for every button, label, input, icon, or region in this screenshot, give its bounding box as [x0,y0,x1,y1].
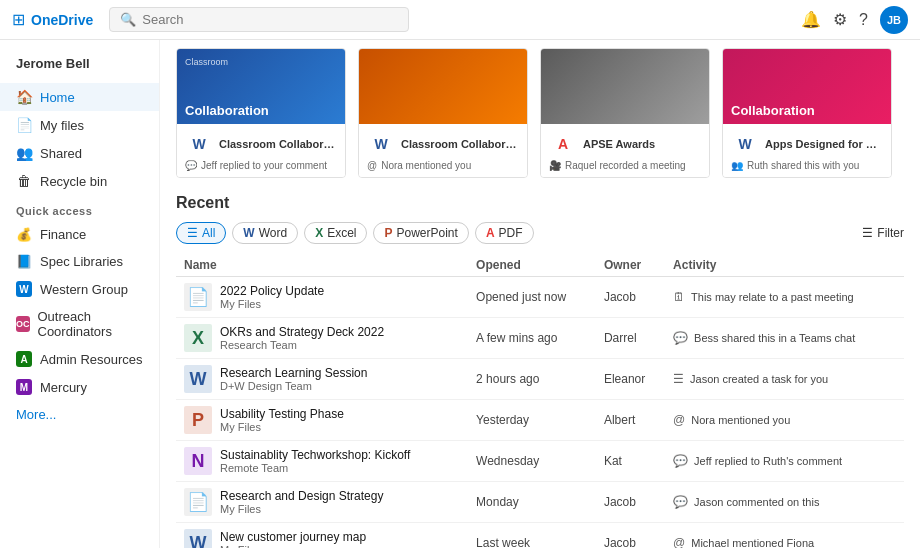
activity-text: Jeff replied to Ruth's comment [694,455,842,467]
activity-text: Jason commented on this [694,496,819,508]
card-body: A APSE Awards 🎥 Raquel recorded a meetin… [541,124,709,177]
filter-btn-word[interactable]: WWord [232,222,298,244]
pdf-filter-icon: A [486,226,495,240]
row-file-location: My Files [220,544,366,548]
sidebar-item-western-group[interactable]: W Western Group [0,275,159,303]
bell-icon[interactable]: 🔔 [801,10,821,29]
card-thumb: Collaboration [723,49,891,124]
search-input[interactable] [142,12,398,27]
sidebar-item-finance[interactable]: 💰 Finance [0,221,159,248]
carousel-card-card4[interactable]: Collaboration W Apps Designed for Collab… [722,48,892,178]
filter-label-word: Word [259,226,287,240]
cell-activity: 💬 Jason commented on this [665,482,904,523]
cell-owner: Jacob [596,482,665,523]
table-row[interactable]: P Usability Testing Phase My Files Yeste… [176,400,904,441]
quick-access-label: Quick access [0,195,159,221]
card-meta: 👥 Ruth shared this with you [731,160,883,171]
row-file-name: OKRs and Strategy Deck 2022 [220,325,384,339]
filter-bar: ☰AllWWordXExcelPPowerPointAPDF ☰ Filter [176,222,904,244]
row-file-location: Research Team [220,339,384,351]
mercury-icon: M [16,379,32,395]
cell-owner: Darrel [596,318,665,359]
table-row[interactable]: N Sustainablity Techworkshop: Kickoff Re… [176,441,904,482]
activity-text: Nora mentioned you [691,414,790,426]
col-owner: Owner [596,254,665,277]
card-file-name: Classroom Collaboration [401,138,519,150]
activity-icon: 💬 [673,495,688,509]
row-file-name: Research Learning Session [220,366,367,380]
row-file-name: Research and Design Strategy [220,489,383,503]
sidebar-item-my-files[interactable]: 📄 My files [0,111,159,139]
cell-activity: 💬 Jeff replied to Ruth's comment [665,441,904,482]
table-row[interactable]: 📄 2022 Policy Update My Files Opened jus… [176,277,904,318]
sidebar-more[interactable]: More... [0,401,159,428]
sidebar-item-spec-libraries[interactable]: 📘 Spec Libraries [0,248,159,275]
card-body: W Apps Designed for Collab... 👥 Ruth sha… [723,124,891,177]
activity-icon: @ [673,413,685,427]
sidebar-item-outreach[interactable]: OC Outreach Coordinators [0,303,159,345]
spec-icon: 📘 [16,254,32,269]
sidebar: Jerome Bell 🏠 Home 📄 My files 👥 Shared 🗑… [0,40,160,548]
sidebar-item-home[interactable]: 🏠 Home [0,83,159,111]
cell-name: P Usability Testing Phase My Files [176,400,468,441]
cell-activity: 💬 Bess shared this in a Teams chat [665,318,904,359]
meta-text: Jeff replied to your comment [201,160,327,171]
row-file-location: My Files [220,298,324,310]
table-row[interactable]: W Research Learning Session D+W Design T… [176,359,904,400]
row-file-location: D+W Design Team [220,380,367,392]
search-icon: 🔍 [120,12,136,27]
cell-name: 📄 2022 Policy Update My Files [176,277,468,318]
file-type-icon: W [185,130,213,158]
meta-icon: 👥 [731,160,743,171]
filter-btn-pdf[interactable]: APDF [475,222,534,244]
recycle-icon: 🗑 [16,173,32,189]
shared-icon: 👥 [16,145,32,161]
meta-text: Nora mentioned you [381,160,471,171]
content-area: ClassroomCollaboration W Classroom Colla… [160,40,920,548]
excel-filter-icon: X [315,226,323,240]
sidebar-item-shared[interactable]: 👥 Shared [0,139,159,167]
table-row[interactable]: W New customer journey map My Files Last… [176,523,904,549]
row-file-icon: W [184,529,212,548]
file-type-icon: W [731,130,759,158]
sidebar-item-admin-resources[interactable]: A Admin Resources [0,345,159,373]
cell-opened: A few mins ago [468,318,596,359]
filter-btn-excel[interactable]: XExcel [304,222,367,244]
cell-opened: Monday [468,482,596,523]
filter-btn-powerpoint[interactable]: PPowerPoint [373,222,468,244]
carousel-card-card1[interactable]: ClassroomCollaboration W Classroom Colla… [176,48,346,178]
carousel-card-card2[interactable]: W Classroom Collaboration @ Nora mention… [358,48,528,178]
sidebar-item-mercury[interactable]: M Mercury [0,373,159,401]
carousel-card-card3[interactable]: A APSE Awards 🎥 Raquel recorded a meetin… [540,48,710,178]
filter-icon: ☰ [862,226,873,240]
topbar-actions: 🔔 ⚙ ? JB [801,6,908,34]
settings-icon[interactable]: ⚙ [833,10,847,29]
recent-title: Recent [176,194,904,212]
home-icon: 🏠 [16,89,32,105]
card-thumb [359,49,527,124]
brand-name: OneDrive [31,12,93,28]
table-row[interactable]: X OKRs and Strategy Deck 2022 Research T… [176,318,904,359]
cell-activity: @ Nora mentioned you [665,400,904,441]
activity-icon: 🗓 [673,290,685,304]
activity-icon: @ [673,536,685,548]
activity-text: Jason created a task for you [690,373,828,385]
card-thumb [541,49,709,124]
cell-opened: 2 hours ago [468,359,596,400]
row-file-name: New customer journey map [220,530,366,544]
cell-name: W Research Learning Session D+W Design T… [176,359,468,400]
avatar[interactable]: JB [880,6,908,34]
filter-button[interactable]: ☰ Filter [862,226,904,240]
help-icon[interactable]: ? [859,11,868,29]
card-file-name: Apps Designed for Collab... [765,138,883,150]
cell-opened: Opened just now [468,277,596,318]
card-file-name: Classroom Collaboration [219,138,337,150]
table-row[interactable]: 📄 Research and Design Strategy My Files … [176,482,904,523]
sidebar-item-recycle-bin[interactable]: 🗑 Recycle bin [0,167,159,195]
search-bar[interactable]: 🔍 [109,7,409,32]
sidebar-user: Jerome Bell [0,48,159,83]
cell-owner: Jacob [596,523,665,549]
filter-btn-all[interactable]: ☰All [176,222,226,244]
row-file-icon: N [184,447,212,475]
brand-logo[interactable]: ⊞ OneDrive [12,10,93,29]
